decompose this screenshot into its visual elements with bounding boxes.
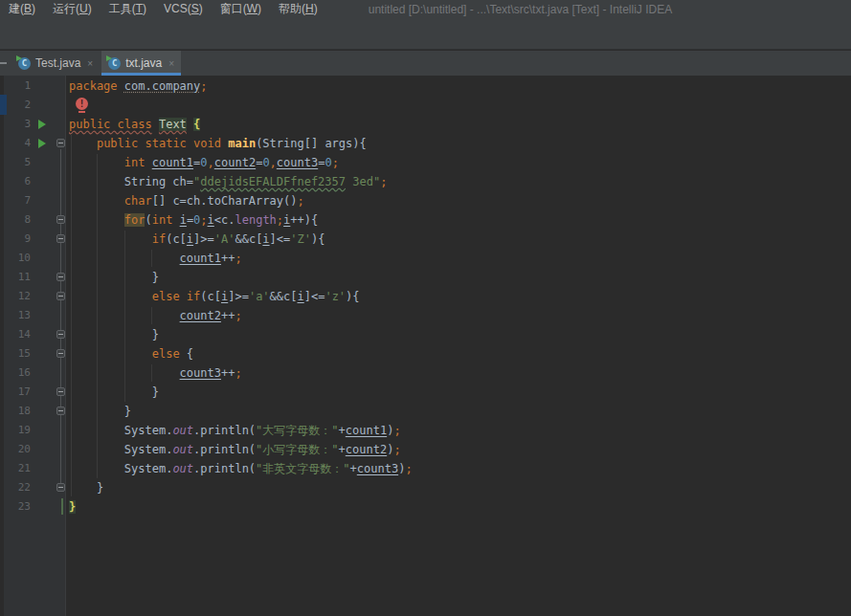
menu-item-5[interactable]: 帮助(H)	[270, 0, 326, 18]
tab-Test.java[interactable]: CTest.java×	[11, 51, 100, 76]
code-line-4[interactable]: 4 public static void main(String[] args)…	[0, 134, 851, 153]
dash-icon	[0, 62, 7, 64]
code-line-3[interactable]: 3public class Text {	[0, 115, 851, 134]
code-line-21[interactable]: 21 System.out.println("非英文字母数："+count3);	[0, 459, 851, 478]
code-text[interactable]: }	[69, 402, 131, 421]
code-text[interactable]: System.out.println("大写字母数："+count1);	[69, 421, 401, 440]
code-line-13[interactable]: 13 count2++;	[0, 306, 851, 325]
fold-marker-icon[interactable]	[56, 349, 65, 358]
code-line-19[interactable]: 19 System.out.println("大写字母数："+count1);	[0, 421, 851, 440]
code-text[interactable]: for(int i=0;i<c.length;i++){	[69, 210, 318, 230]
line-number[interactable]: 12	[4, 287, 31, 306]
line-number[interactable]: 9	[4, 230, 31, 249]
code-text[interactable]: }	[69, 325, 159, 344]
line-number[interactable]: 13	[4, 306, 31, 325]
tab-close-icon[interactable]: ×	[87, 58, 93, 69]
line-number[interactable]: 5	[4, 153, 31, 172]
menu-items: 建(B)运行(U)工具(T)VCS(S)窗口(W)帮助(H)	[0, 0, 326, 18]
code-text[interactable]: }	[69, 478, 103, 497]
code-line-20[interactable]: 20 System.out.println("小写字母数："+count2);	[0, 440, 851, 459]
code-line-16[interactable]: 16 count3++;	[0, 363, 851, 383]
menu-item-0[interactable]: 建(B)	[0, 0, 44, 18]
code-line-14[interactable]: 14 }	[0, 325, 851, 344]
code-line-9[interactable]: 9 if(c[i]>='A'&&c[i]<='Z'){	[0, 230, 851, 249]
line-number[interactable]: 16	[4, 363, 31, 383]
code-line-1[interactable]: 1package com.company;	[0, 77, 851, 96]
code-line-23[interactable]: 23}	[0, 497, 851, 517]
line-number[interactable]: 18	[4, 402, 31, 421]
menu-item-3[interactable]: VCS(S)	[155, 0, 212, 18]
tab-label: txt.java	[125, 56, 162, 70]
line-number[interactable]: 3	[4, 115, 31, 134]
line-number[interactable]: 21	[4, 459, 31, 478]
code-line-10[interactable]: 10 count1++;	[0, 249, 851, 268]
code-text[interactable]: if(c[i]>='A'&&c[i]<='Z'){	[69, 230, 325, 249]
line-number[interactable]: 15	[4, 344, 31, 363]
code-text[interactable]: else if(c[i]>='a'&&c[i]<='z'){	[69, 287, 360, 306]
code-editor[interactable]: 1package com.company;23public class Text…	[0, 76, 851, 616]
tab-close-icon[interactable]: ×	[168, 58, 174, 69]
line-number[interactable]: 19	[4, 421, 31, 440]
line-number[interactable]: 1	[4, 77, 31, 96]
fold-marker-icon[interactable]	[56, 407, 65, 415]
code-line-5[interactable]: 5 int count1=0,count2=0,count3=0;	[0, 153, 851, 172]
line-number[interactable]: 10	[4, 249, 31, 268]
code-text[interactable]: }	[69, 268, 159, 287]
fold-marker-icon[interactable]	[56, 215, 65, 224]
line-number[interactable]: 17	[4, 383, 31, 402]
code-text[interactable]: public class Text {	[69, 115, 200, 134]
fold-marker-icon[interactable]	[56, 387, 65, 396]
code-line-7[interactable]: 7 char[] c=ch.toCharArray();	[0, 191, 851, 210]
code-text[interactable]: char[] c=ch.toCharArray();	[69, 191, 304, 210]
line-number[interactable]: 8	[4, 210, 31, 230]
code-line-15[interactable]: 15 else {	[0, 344, 851, 363]
code-text[interactable]: }	[69, 383, 159, 402]
code-text[interactable]: }	[69, 497, 76, 517]
code-line-17[interactable]: 17 }	[0, 383, 851, 402]
code-text[interactable]: package com.company;	[69, 77, 208, 96]
code-line-11[interactable]: 11 }	[0, 268, 851, 287]
code-text[interactable]: System.out.println("小写字母数："+count2);	[69, 440, 401, 459]
line-number[interactable]: 14	[4, 325, 31, 344]
line-number[interactable]: 23	[4, 497, 31, 517]
error-bulb-icon[interactable]: !	[76, 98, 88, 110]
code-text[interactable]: String ch="ddejidsEFALDFfnef2357 3ed";	[69, 172, 387, 191]
fold-marker-icon[interactable]	[56, 234, 65, 243]
code-line-6[interactable]: 6 String ch="ddejidsEFALDFfnef2357 3ed";	[0, 172, 851, 191]
run-arrow-icon[interactable]	[38, 120, 46, 129]
line-number[interactable]: 7	[4, 191, 31, 210]
fold-marker-icon[interactable]	[56, 292, 65, 300]
fold-marker-icon[interactable]	[56, 330, 65, 339]
line-number[interactable]: 11	[4, 268, 31, 287]
java-class-icon: C	[108, 57, 121, 70]
code-line-8[interactable]: 8 for(int i=0;i<c.length;i++){	[0, 210, 851, 230]
code-text[interactable]: count2++;	[69, 306, 242, 325]
code-text[interactable]: else {	[69, 344, 193, 363]
code-text[interactable]: int count1=0,count2=0,count3=0;	[69, 153, 339, 172]
java-class-icon: C	[18, 57, 31, 70]
line-number[interactable]: 22	[4, 478, 31, 497]
code-text[interactable]: System.out.println("非英文字母数："+count3);	[69, 459, 413, 478]
line-number[interactable]: 20	[4, 440, 31, 459]
line-number[interactable]: 6	[4, 172, 31, 191]
code-text[interactable]: public static void main(String[] args){	[69, 134, 367, 153]
tab-txt.java[interactable]: Ctxt.java×	[101, 51, 181, 76]
code-text[interactable]: count1++;	[69, 249, 242, 268]
toolbar-strip	[0, 18, 851, 50]
fold-marker-icon[interactable]	[56, 273, 65, 281]
code-text[interactable]: count3++;	[69, 363, 242, 383]
line-number[interactable]: 4	[4, 134, 31, 153]
editor-lines: 1package com.company;23public class Text…	[0, 77, 851, 517]
menu-item-1[interactable]: 运行(U)	[44, 0, 101, 18]
line-number[interactable]: 2	[4, 96, 31, 115]
menu-item-4[interactable]: 窗口(W)	[212, 0, 270, 18]
run-badge-icon	[16, 55, 22, 61]
code-line-12[interactable]: 12 else if(c[i]>='a'&&c[i]<='z'){	[0, 287, 851, 306]
code-line-18[interactable]: 18 }	[0, 402, 851, 421]
fold-marker-icon[interactable]	[56, 139, 65, 147]
code-line-2[interactable]: 2	[0, 96, 851, 115]
menu-item-2[interactable]: 工具(T)	[101, 0, 155, 18]
run-arrow-icon[interactable]	[38, 139, 46, 148]
fold-marker-icon[interactable]	[56, 483, 65, 492]
code-line-22[interactable]: 22 }	[0, 478, 851, 497]
